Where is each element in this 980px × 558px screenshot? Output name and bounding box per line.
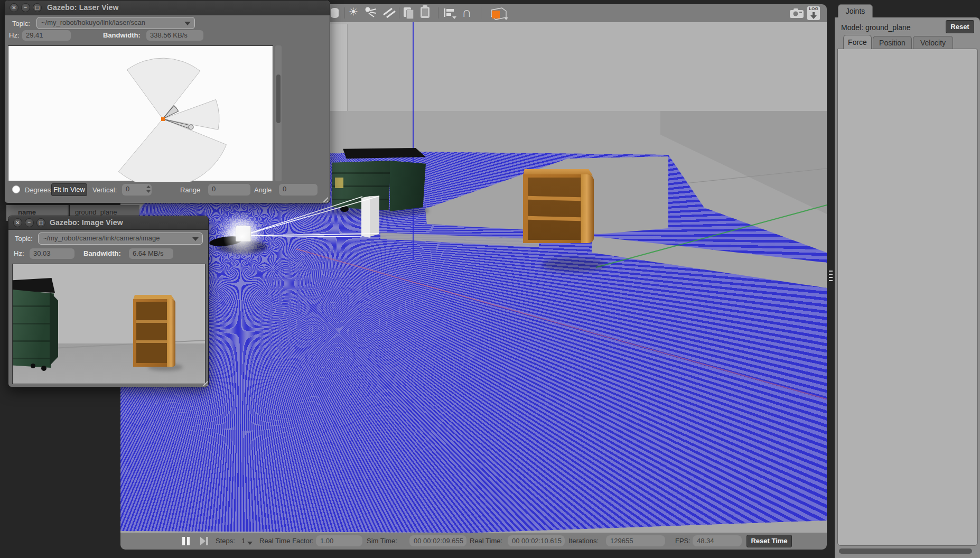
- paste-icon[interactable]: [421, 7, 430, 18]
- laser-window-title: Gazebo: Laser View: [47, 3, 119, 12]
- fps-value-field[interactable]: 48.34: [693, 535, 742, 546]
- robot-laser-glow: [221, 220, 263, 254]
- cam-bookshelf: [132, 295, 183, 373]
- iterations-label: Iterations:: [568, 537, 599, 545]
- spinner-up-icon[interactable]: [146, 185, 151, 188]
- close-icon[interactable]: ✕: [13, 218, 22, 227]
- panel-splitter[interactable]: [827, 0, 835, 558]
- close-icon[interactable]: ✕: [10, 3, 18, 12]
- gazebo-app: name ground_plane ☀: [0, 0, 980, 558]
- toolbar-separator: [344, 7, 345, 18]
- joints-tab-content: [837, 49, 978, 546]
- log-icon-label: LOG: [807, 6, 820, 12]
- steps-dropdown-arrow[interactable]: [247, 542, 253, 545]
- screenshot-camera-icon[interactable]: [789, 8, 804, 21]
- rtf-value-field[interactable]: 1.00: [316, 535, 362, 546]
- cylinder-tool-icon[interactable]: [331, 8, 339, 18]
- joints-panel: Model: ground_plane Reset Force Position…: [835, 17, 980, 558]
- tab-force[interactable]: Force: [843, 35, 872, 49]
- image-window-title: Gazebo: Image View: [50, 218, 123, 227]
- real-time-value-field[interactable]: 00 00:02:10.615: [508, 535, 565, 546]
- copy-icon[interactable]: [404, 7, 411, 17]
- snap-magnet-icon[interactable]: ∩: [462, 4, 472, 21]
- image-topic-value: ~/my_robot/camera/link/camera/image: [43, 234, 160, 242]
- reset-time-button[interactable]: Reset Time: [746, 535, 792, 547]
- real-time-label: Real Time:: [470, 537, 502, 545]
- laser-angle-label: Angle: [254, 186, 272, 194]
- toolbar-separator: [438, 7, 438, 18]
- simulation-bar: Steps: 1 Real Time Factor: 1.00 Sim Time…: [120, 533, 827, 550]
- fit-in-view-button[interactable]: Fit in View: [51, 183, 87, 196]
- image-bandwidth-label: Bandwidth:: [83, 249, 121, 257]
- joints-reset-button[interactable]: Reset: [946, 20, 974, 33]
- laser-bandwidth-label: Bandwidth:: [103, 31, 141, 39]
- laser-hz-field: 29.41: [22, 30, 71, 41]
- image-hz-label: Hz:: [14, 249, 24, 257]
- laser-range-label: Range: [180, 186, 200, 194]
- joints-model-label: Model: ground_plane: [841, 23, 911, 32]
- laser-hz-label: Hz:: [9, 31, 20, 39]
- image-hz-field: 30.03: [30, 248, 74, 259]
- rtf-label: Real Time Factor:: [259, 537, 314, 545]
- cam-dumpster: [13, 277, 61, 369]
- chevron-down-icon: [192, 237, 199, 241]
- align-tool-icon[interactable]: [443, 7, 456, 21]
- robot-model[interactable]: [205, 217, 274, 254]
- step-button[interactable]: [200, 537, 209, 545]
- laser-topic-label: Topic:: [12, 20, 30, 27]
- laser-range-field[interactable]: 0: [208, 184, 250, 196]
- joints-hscrollbar[interactable]: [839, 548, 972, 554]
- spinner-down-icon[interactable]: [146, 190, 151, 193]
- sim-time-value-field[interactable]: 00 00:02:09.655: [409, 535, 466, 546]
- minimize-icon[interactable]: −: [21, 3, 30, 12]
- pause-button[interactable]: [182, 537, 191, 545]
- maximize-icon[interactable]: ▢: [33, 3, 42, 12]
- tab-position[interactable]: Position: [873, 36, 912, 49]
- image-view-window[interactable]: ✕ − ▢ Gazebo: Image View Topic: ~/my_rob…: [8, 216, 209, 387]
- laser-topic-value: ~/my_robot/hokuyo/link/laser/scan: [41, 18, 145, 26]
- chevron-down-icon: [184, 22, 191, 25]
- maximize-icon[interactable]: ▢: [36, 218, 45, 227]
- laser-center-marker: [161, 117, 165, 121]
- laser-degrees-label: Degrees: [25, 186, 51, 194]
- laser-view-window[interactable]: ✕ − ▢ Gazebo: Laser View Topic: ~/my_rob…: [4, 0, 330, 203]
- image-topic-dropdown[interactable]: ~/my_robot/camera/link/camera/image: [38, 232, 203, 245]
- splitter-handle[interactable]: [829, 271, 833, 283]
- image-topic-label: Topic:: [15, 235, 33, 243]
- camera-image: [12, 264, 206, 384]
- view-angle-cube-icon[interactable]: [486, 6, 508, 23]
- image-window-titlebar[interactable]: ✕ − ▢ Gazebo: Image View: [8, 216, 208, 230]
- minimize-icon[interactable]: −: [25, 218, 34, 227]
- laser-bandwidth-field: 338.56 KB/s: [146, 30, 203, 41]
- directional-light-icon[interactable]: [381, 6, 396, 21]
- resize-grip-icon[interactable]: [322, 197, 328, 202]
- tab-joints[interactable]: Joints: [838, 4, 873, 18]
- laser-angle-field[interactable]: 0: [279, 184, 318, 196]
- fps-label: FPS:: [675, 537, 690, 545]
- toolbar-separator: [481, 7, 481, 18]
- laser-window-titlebar[interactable]: ✕ − ▢ Gazebo: Laser View: [5, 1, 330, 15]
- spot-light-icon[interactable]: [365, 6, 378, 21]
- laser-degrees-radio[interactable]: [12, 185, 20, 193]
- sim-time-label: Sim Time:: [367, 537, 397, 545]
- laser-topic-dropdown[interactable]: ~/my_robot/hokuyo/link/laser/scan: [36, 17, 195, 29]
- log-recorder-icon[interactable]: LOG: [807, 6, 820, 20]
- scrollbar-thumb[interactable]: [276, 75, 281, 123]
- laser-canvas-scrollbar[interactable]: [275, 45, 282, 181]
- laser-scan-canvas[interactable]: [8, 45, 273, 181]
- steps-value: 1: [241, 537, 245, 545]
- image-bandwidth-field: 6.64 MB/s: [129, 248, 173, 259]
- laser-vertical-label: Vertical:: [92, 186, 117, 194]
- tab-velocity[interactable]: Velocity: [913, 36, 953, 49]
- point-light-icon[interactable]: ☀: [349, 5, 358, 18]
- iterations-value-field[interactable]: 129655: [606, 535, 665, 546]
- steps-label: Steps:: [216, 537, 235, 545]
- toolbar-separator: [399, 7, 399, 18]
